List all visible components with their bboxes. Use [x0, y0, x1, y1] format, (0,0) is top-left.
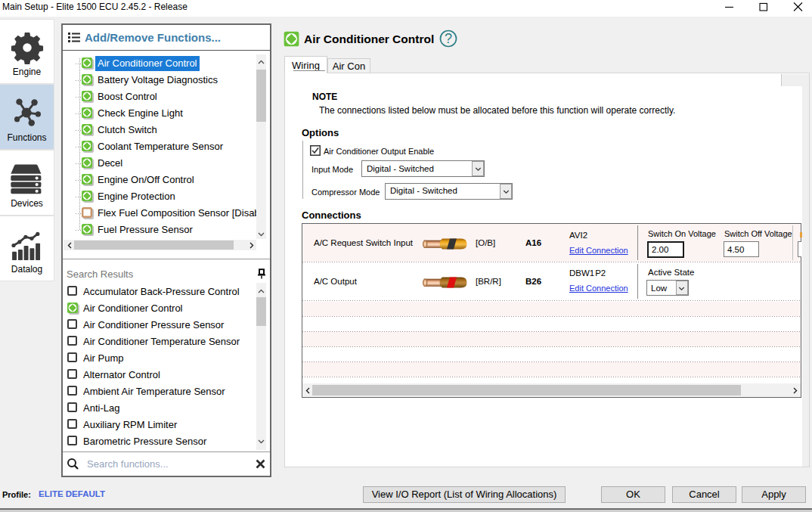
svg-text:?: ? [445, 31, 452, 46]
